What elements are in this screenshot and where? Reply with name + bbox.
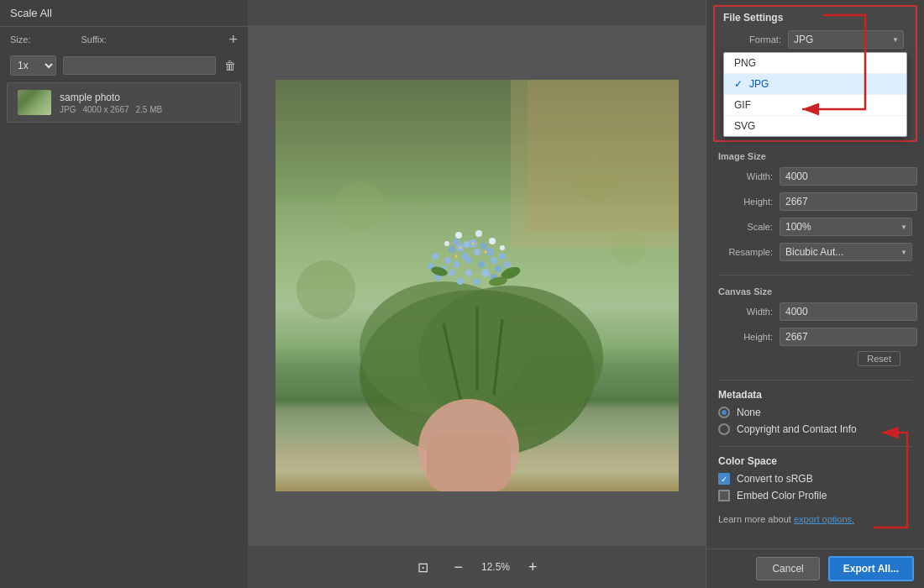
column-labels: Size: Suffix: + xyxy=(0,27,248,52)
metadata-none-row: None xyxy=(718,404,912,421)
metadata-section: Metadata None Copyright and Contact Info xyxy=(706,386,924,441)
image-size-label: Image Size xyxy=(718,151,766,161)
divider-3 xyxy=(718,446,912,447)
zoom-level: 12.5% xyxy=(481,561,510,573)
svg-point-21 xyxy=(491,257,497,264)
dropdown-option-svg[interactable]: SVG xyxy=(724,116,906,136)
svg-point-17 xyxy=(480,243,487,249)
width-label: Width: xyxy=(718,171,773,181)
divider-2 xyxy=(718,380,912,381)
svg-point-15 xyxy=(474,249,480,255)
height-label: Height: xyxy=(718,197,773,207)
export-all-button[interactable]: Export All... xyxy=(828,556,914,581)
canvas-width-row: Width: px xyxy=(706,299,924,324)
scale-label-right: Scale: xyxy=(718,222,773,232)
size-label: Size: xyxy=(10,34,30,45)
export-options-link[interactable]: export options. xyxy=(794,514,854,524)
height-input[interactable] xyxy=(780,192,917,211)
reset-button[interactable]: Reset xyxy=(858,351,900,366)
canvas-width-label: Width: xyxy=(718,307,773,317)
zoom-in-button[interactable]: + xyxy=(523,558,543,576)
file-name: sample photo xyxy=(60,92,230,103)
metadata-none-label: None xyxy=(737,407,761,418)
scale-select[interactable]: 1x 2x 0.5x xyxy=(10,55,56,76)
svg-point-48 xyxy=(334,181,385,231)
metadata-none-radio[interactable] xyxy=(718,407,730,418)
convert-srgb-row: ✓ Convert to sRGB xyxy=(718,470,912,487)
format-dropdown: PNG ✓ JPG GIF SVG xyxy=(723,52,907,137)
delete-scale-button[interactable]: 🗑 xyxy=(223,57,238,74)
canvas-size-header: Canvas Size xyxy=(706,282,924,299)
fit-screen-button[interactable]: ⊡ xyxy=(411,558,435,577)
file-info: sample photo JPG 4000 x 2667 2.5 MB xyxy=(60,92,230,114)
svg-point-33 xyxy=(474,278,480,285)
suffix-label: Suffix: xyxy=(81,34,106,45)
add-scale-button[interactable]: + xyxy=(228,32,238,47)
format-dropdown-area: PNG ✓ JPG GIF SVG xyxy=(723,52,907,137)
width-input[interactable] xyxy=(780,167,917,186)
convert-srgb-label: Convert to sRGB xyxy=(737,473,813,485)
metadata-copyright-radio[interactable] xyxy=(718,423,730,435)
svg-point-34 xyxy=(457,278,464,285)
svg-point-10 xyxy=(453,239,459,245)
dropdown-option-jpg-label: JPG xyxy=(749,78,769,90)
learn-more-text: Learn more about xyxy=(718,514,791,524)
resample-select-wrapper: Bicubic Aut... Bicubic Bilinear xyxy=(780,243,912,261)
canvas-height-input[interactable] xyxy=(780,328,917,346)
svg-point-37 xyxy=(475,230,482,237)
metadata-copyright-row: Copyright and Contact Info xyxy=(718,421,912,438)
file-size: 2.5 MB xyxy=(136,105,163,114)
right-panel: File Settings Format: JPG PNG GIF SVG PN… xyxy=(706,0,924,588)
svg-point-12 xyxy=(449,246,455,253)
left-panel: Scale All Size: Suffix: + 1x 2x 0.5x 🗑 s… xyxy=(0,0,248,588)
dropdown-option-gif[interactable]: GIF xyxy=(724,95,906,116)
svg-point-26 xyxy=(432,253,438,260)
scale-select-right[interactable]: 100% 50% 200% xyxy=(780,218,912,236)
svg-point-30 xyxy=(481,269,490,277)
file-format: JPG xyxy=(60,105,76,114)
zoom-out-button[interactable]: − xyxy=(449,558,468,576)
suffix-input[interactable] xyxy=(63,56,216,75)
scale-row: 1x 2x 0.5x 🗑 xyxy=(0,52,248,79)
embed-profile-checkbox[interactable] xyxy=(718,490,730,501)
file-settings-label: File Settings xyxy=(723,12,783,24)
file-settings-section: File Settings Format: JPG PNG GIF SVG PN… xyxy=(713,5,917,142)
flower-svg xyxy=(276,80,679,491)
format-select[interactable]: JPG PNG GIF SVG xyxy=(788,30,904,49)
format-row: Format: JPG PNG GIF SVG xyxy=(715,27,916,52)
svg-point-27 xyxy=(495,265,501,272)
image-size-header: Image Size xyxy=(706,147,924,164)
dropdown-option-jpg[interactable]: ✓ JPG xyxy=(724,74,906,95)
convert-srgb-checkbox[interactable]: ✓ xyxy=(718,473,730,485)
svg-point-38 xyxy=(489,238,496,244)
preview-top-bar xyxy=(248,0,706,25)
canvas-width-input[interactable] xyxy=(780,302,917,321)
color-space-label: Color Space xyxy=(718,455,777,467)
svg-point-40 xyxy=(500,245,505,250)
flower-preview-image xyxy=(276,80,679,491)
svg-point-18 xyxy=(444,257,451,264)
preview-area xyxy=(248,25,706,546)
metadata-copyright-label: Copyright and Contact Info xyxy=(737,423,857,435)
scale-select-wrapper: 100% 50% 200% xyxy=(780,218,912,236)
height-row: Height: px xyxy=(706,189,924,214)
canvas-height-row: Height: px xyxy=(706,324,924,349)
file-thumbnail xyxy=(18,90,51,115)
canvas-size-label: Canvas Size xyxy=(718,286,772,297)
color-space-section: Color Space ✓ Convert to sRGB Embed Colo… xyxy=(706,452,924,507)
reset-row: Reset xyxy=(706,349,924,373)
export-link-row: Learn more about export options. xyxy=(706,507,924,531)
file-item[interactable]: sample photo JPG 4000 x 2667 2.5 MB xyxy=(7,82,241,123)
cancel-button[interactable]: Cancel xyxy=(756,557,819,580)
center-panel: ⊡ − 12.5% + xyxy=(248,0,706,588)
checkmark-icon: ✓ xyxy=(734,78,743,90)
format-select-wrapper: JPG PNG GIF SVG xyxy=(788,30,904,49)
svg-point-25 xyxy=(465,270,472,276)
svg-point-29 xyxy=(449,270,455,276)
resample-label: Resample: xyxy=(718,247,773,257)
svg-point-36 xyxy=(455,232,462,239)
svg-point-41 xyxy=(459,247,461,249)
dropdown-option-gif-label: GIF xyxy=(734,99,751,111)
dropdown-option-png[interactable]: PNG xyxy=(724,53,906,74)
resample-select[interactable]: Bicubic Aut... Bicubic Bilinear xyxy=(780,243,912,261)
